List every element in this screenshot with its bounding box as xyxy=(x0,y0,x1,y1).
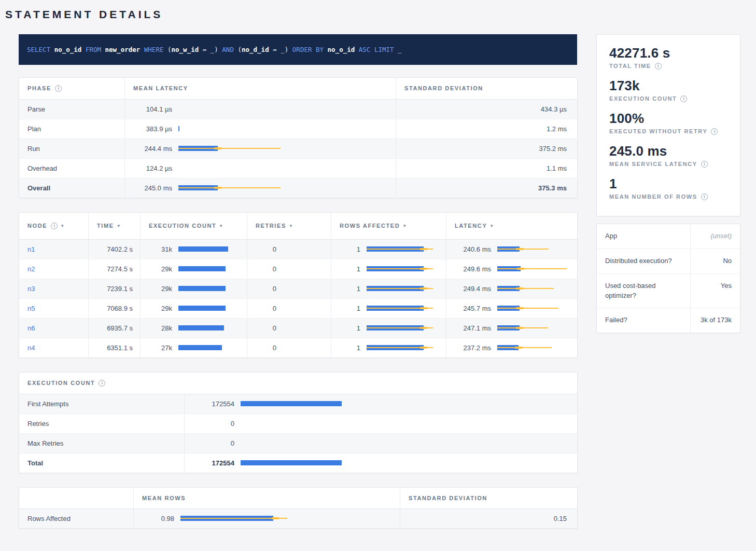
sort-arrow-icon[interactable]: ▼ xyxy=(402,224,408,228)
rows-affected-bar xyxy=(367,286,444,291)
sql-identifier: no_w_id xyxy=(172,46,199,53)
stat-value: 245.0 ms xyxy=(609,143,727,159)
retries-value: 0 xyxy=(256,245,276,253)
stat-value: 1 xyxy=(609,176,727,192)
column-header-execution-count[interactable]: EXECUTION COUNT▼ xyxy=(141,212,247,239)
stat-label-text: EXECUTED WITHOUT RETRY xyxy=(609,128,707,134)
mean-latency-bar xyxy=(178,166,396,171)
detail-label: App xyxy=(597,224,690,249)
sort-arrow-icon[interactable]: ▼ xyxy=(219,224,224,228)
phase-row: Overhead 124.2 µs 1.1 ms xyxy=(19,158,578,178)
node-row: n2 7274.5 s 29k 0 1 249.6 ms xyxy=(19,259,578,279)
detail-label: Used cost-based optimizer? xyxy=(597,274,690,308)
stddev-value: 375.3 ms xyxy=(396,178,578,198)
info-icon[interactable]: i xyxy=(99,380,105,387)
detail-value: (unset) xyxy=(690,224,740,249)
stat-label: EXECUTION COUNTi xyxy=(609,95,727,102)
execution-row: First Attempts 172554 xyxy=(19,394,578,414)
sql-keyword: WHERE xyxy=(144,46,167,53)
column-header-node[interactable]: NODEi▼ xyxy=(19,212,89,239)
info-icon[interactable]: i xyxy=(701,194,708,200)
stat-label-text: EXECUTION COUNT xyxy=(609,95,677,102)
statement-details-page: STATEMENT DETAILS SELECT no_o_id FROM ne… xyxy=(0,0,756,551)
latency-bar xyxy=(497,325,570,330)
rows-affected-value: 1 xyxy=(340,285,360,293)
phase-table: PHASEi MEAN LATENCY STANDARD DEVIATION P… xyxy=(19,77,578,198)
execution-count-table: EXECUTION COUNTi First Attempts 172554 R… xyxy=(19,372,578,473)
sort-arrow-icon[interactable]: ▼ xyxy=(117,224,122,228)
stddev-value: 1.1 ms xyxy=(396,158,578,178)
info-icon[interactable]: i xyxy=(701,161,708,168)
execution-value: 172554 xyxy=(193,459,234,467)
rows-stddev-value: 0.15 xyxy=(400,508,578,528)
column-header-phase: PHASEi xyxy=(19,77,125,99)
sql-identifier: no_d_id xyxy=(242,46,269,53)
column-header-label: RETRIES xyxy=(256,223,286,229)
stat-total-time: 42271.6 s TOTAL TIMEi xyxy=(609,45,727,70)
column-header-retries[interactable]: RETRIES▼ xyxy=(247,212,331,239)
mean-latency-value: 124.2 µs xyxy=(133,164,172,172)
exec-count-bar xyxy=(178,306,241,311)
phase-row: Run 244.4 ms 375.2 ms xyxy=(19,139,578,158)
node-link[interactable]: n1 xyxy=(27,245,35,253)
stat-label-text: MEAN NUMBER OF ROWS xyxy=(609,194,697,200)
latency-bar xyxy=(497,266,570,271)
column-header-time[interactable]: TIME▼ xyxy=(89,212,141,239)
detail-value: 3k of 173k xyxy=(690,308,740,333)
rows-affected-bar xyxy=(367,306,444,311)
info-icon[interactable]: i xyxy=(711,128,718,135)
node-row: n1 7402.2 s 31k 0 1 240.6 ms xyxy=(19,239,578,259)
exec-count-bar xyxy=(178,246,241,252)
node-link[interactable]: n3 xyxy=(27,285,35,293)
sql-identifier: new_order xyxy=(105,46,144,53)
rows-affected-bar xyxy=(367,246,444,252)
stat-value: 100% xyxy=(609,111,727,127)
node-time: 7274.5 s xyxy=(89,259,141,279)
execution-label: First Attempts xyxy=(19,394,185,414)
latency-value: 247.1 ms xyxy=(455,324,491,332)
node-link[interactable]: n6 xyxy=(27,324,35,332)
sql-statement-bar: SELECT no_o_id FROM new_order WHERE (no_… xyxy=(19,34,577,65)
exec-count-bar xyxy=(178,266,241,271)
info-icon[interactable]: i xyxy=(680,95,687,102)
node-time: 6351.1 s xyxy=(89,338,141,357)
sql-identifier: no_o_id xyxy=(328,46,359,53)
retries-value: 0 xyxy=(256,344,276,352)
sql-punctuation: ( xyxy=(167,46,172,53)
detail-label: Failed? xyxy=(597,308,690,333)
stat-label: MEAN NUMBER OF ROWSi xyxy=(609,194,727,200)
rows-affected-value: 1 xyxy=(340,324,360,332)
sort-arrow-icon[interactable]: ▼ xyxy=(489,224,495,228)
node-link[interactable]: n2 xyxy=(27,265,35,273)
sort-arrow-icon[interactable]: ▼ xyxy=(289,224,294,228)
execution-bar xyxy=(241,460,349,465)
phase-row: Plan 383.9 µs 1.2 ms xyxy=(19,119,578,139)
node-link[interactable]: n4 xyxy=(27,344,35,352)
column-header-label: EXECUTION COUNT xyxy=(149,223,216,229)
rows-affected-bar xyxy=(367,325,444,330)
exec-count-value: 28k xyxy=(149,324,172,332)
info-icon[interactable]: i xyxy=(55,85,62,92)
rows-affected-bar xyxy=(367,345,444,350)
column-header-label: NODE xyxy=(27,223,47,229)
execution-bar xyxy=(241,421,349,426)
sql-punctuation: = _) xyxy=(199,46,222,53)
mean-latency-value: 244.4 ms xyxy=(133,145,172,153)
node-row: n5 7068.9 s 29k 0 1 245.7 ms xyxy=(19,298,578,318)
column-header-rows-affected[interactable]: ROWS AFFECTED▼ xyxy=(331,212,446,239)
mean-latency-value: 104.1 µs xyxy=(133,105,172,113)
summary-card: 42271.6 s TOTAL TIMEi 173k EXECUTION COU… xyxy=(596,34,740,216)
stat-label-text: TOTAL TIME xyxy=(609,63,651,69)
node-link[interactable]: n5 xyxy=(27,305,35,312)
stddev-value: 1.2 ms xyxy=(396,119,578,139)
latency-value: 249.6 ms xyxy=(455,265,491,273)
sql-keyword: SELECT xyxy=(27,46,54,53)
sort-arrow-icon[interactable]: ▼ xyxy=(60,224,65,228)
detail-row-cost-based-optimizer: Used cost-based optimizer? Yes xyxy=(597,274,740,309)
info-icon[interactable]: i xyxy=(655,63,662,70)
mean-latency-bar xyxy=(178,126,396,131)
execution-row: Max Retries 0 xyxy=(19,433,578,453)
info-icon[interactable]: i xyxy=(51,223,58,229)
column-header-latency[interactable]: LATENCY▼ xyxy=(446,212,578,239)
column-header-label: STANDARD DEVIATION xyxy=(409,495,487,501)
